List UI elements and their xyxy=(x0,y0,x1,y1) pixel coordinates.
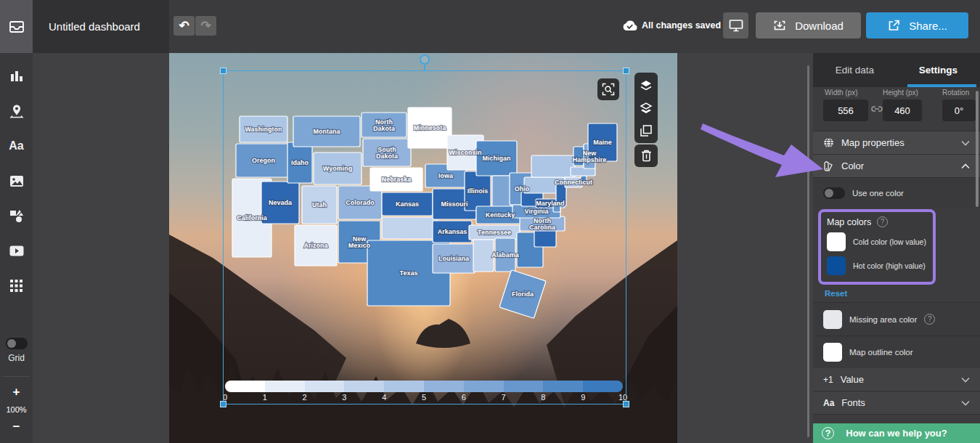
color-swatches-icon xyxy=(823,160,834,172)
bar-chart-icon xyxy=(9,70,24,83)
width-label: Width (px) xyxy=(825,89,858,97)
hot-color-swatch[interactable] xyxy=(827,256,846,275)
map-outline-color-label: Map outline color xyxy=(849,348,913,357)
map-colors-highlight-box: Map colors ? Cold color (low value) Hot … xyxy=(818,209,936,285)
selection-handle-bottom-left[interactable] xyxy=(220,401,226,407)
tab-edit-data[interactable]: Edit data xyxy=(813,53,897,87)
missing-area-help-icon[interactable]: ? xyxy=(924,314,935,325)
bring-forward-button[interactable] xyxy=(634,74,658,97)
map-colors-help-icon[interactable]: ? xyxy=(877,216,888,227)
grid-toggle[interactable] xyxy=(6,338,28,349)
workspace-scrollbar[interactable] xyxy=(807,65,809,437)
state-label: Missouri xyxy=(441,200,467,208)
selection-handle-bottom-right[interactable] xyxy=(623,401,629,407)
state-oklahoma[interactable] xyxy=(382,217,437,239)
annotation-arrow xyxy=(682,102,835,189)
state-south-carolina[interactable] xyxy=(534,229,556,247)
legend-segment xyxy=(384,381,424,392)
delete-button[interactable] xyxy=(634,145,658,167)
state-label: Wisconsin xyxy=(449,149,482,156)
map-outline-color-swatch[interactable] xyxy=(823,343,842,362)
color-label: Color xyxy=(841,160,954,171)
rotation-field[interactable]: 0° xyxy=(942,99,976,121)
missing-area-color-label: Missing area color xyxy=(849,315,917,324)
legend-segment xyxy=(305,381,345,392)
canvas-photo-background[interactable]: WashingtonOregonCaliforniaNevadaIdahoMon… xyxy=(169,53,677,443)
state-indiana[interactable] xyxy=(492,176,511,208)
page-title: Untitled dashboard xyxy=(49,20,140,33)
use-one-color-knob xyxy=(825,189,833,198)
rotation-handle[interactable] xyxy=(420,54,430,65)
selection-handle-top-left[interactable] xyxy=(220,68,226,74)
sidebar-item-charts[interactable] xyxy=(0,59,33,94)
sidebar-item-text[interactable]: Aa xyxy=(0,129,33,163)
state-label: Montana xyxy=(314,128,341,135)
download-button[interactable]: Download xyxy=(756,12,861,38)
preview-button[interactable] xyxy=(723,12,748,38)
dashboard-title-cell[interactable]: Untitled dashboard xyxy=(33,0,169,53)
state-label: Colorado xyxy=(346,199,375,206)
state-label: Michigan xyxy=(482,155,510,162)
state-mississippi[interactable] xyxy=(473,240,494,272)
missing-area-color-swatch[interactable] xyxy=(823,310,842,329)
zoom-level: 100% xyxy=(0,405,33,414)
redo-button[interactable]: ↷ xyxy=(195,16,216,36)
undo-button[interactable]: ↶ xyxy=(173,16,195,36)
state-label: Iowa xyxy=(438,172,454,179)
panel-scrollbar[interactable] xyxy=(976,91,979,207)
trash-icon xyxy=(641,150,652,162)
zoom-in-button[interactable]: + xyxy=(0,385,33,399)
section-map-properties[interactable]: Map properties xyxy=(813,131,980,155)
state-label: Maryland xyxy=(536,200,565,207)
width-field[interactable]: 556 xyxy=(823,99,868,121)
legend-gradient-bar[interactable] xyxy=(225,381,623,392)
duplicate-icon xyxy=(640,125,652,137)
cold-color-label: Cold color (low value) xyxy=(853,237,926,246)
help-bar[interactable]: ? How can we help you? xyxy=(813,423,980,443)
reset-link[interactable]: Reset xyxy=(825,289,847,298)
sidebar-item-shapes[interactable] xyxy=(0,198,33,233)
use-one-color-label: Use one color xyxy=(852,189,904,198)
use-one-color-row: Use one color xyxy=(813,178,980,208)
sidebar-divider xyxy=(3,376,30,377)
sidebar-item-images[interactable] xyxy=(0,163,33,198)
duplicate-button[interactable] xyxy=(634,119,658,142)
cold-color-swatch[interactable] xyxy=(827,232,846,251)
shapes-icon xyxy=(9,209,24,223)
video-icon xyxy=(9,245,24,256)
legend-segment xyxy=(583,381,623,392)
share-button[interactable]: Share... xyxy=(866,12,968,38)
section-value[interactable]: +1 Value xyxy=(813,368,980,391)
rotation-handle-stem xyxy=(424,65,425,70)
state-label: Connecticut xyxy=(555,179,592,186)
tab-settings[interactable]: Settings xyxy=(897,53,980,87)
send-backward-button[interactable] xyxy=(634,97,658,119)
height-field[interactable]: 460 xyxy=(883,99,922,121)
zoom-out-button[interactable]: − xyxy=(0,420,33,434)
section-fonts[interactable]: Aa Fonts xyxy=(813,391,980,415)
sidebar-item-more[interactable] xyxy=(0,268,33,303)
settings-panel: Edit data Settings Width (px) 556 Height… xyxy=(813,53,980,443)
sidebar-item-maps[interactable] xyxy=(0,94,33,129)
legend-segment xyxy=(265,381,305,392)
state-label: Nebraska xyxy=(382,176,412,183)
map-zoom-button[interactable] xyxy=(597,78,619,100)
hot-color-label: Hot color (high value) xyxy=(853,261,926,270)
map-properties-label: Map properties xyxy=(841,137,954,148)
legend-tick: 7 xyxy=(502,393,506,402)
state-label: Minnesota xyxy=(414,124,446,131)
image-icon xyxy=(9,175,24,187)
sidebar-item-video[interactable] xyxy=(0,233,33,268)
app-logo[interactable] xyxy=(0,0,33,53)
grid-toggle-knob xyxy=(7,339,16,348)
help-label: How can we help you? xyxy=(846,428,947,439)
height-label: Height (px) xyxy=(883,89,918,97)
selection-handle-top-right[interactable] xyxy=(623,68,629,74)
use-one-color-toggle[interactable] xyxy=(823,187,845,199)
legend-tick: 1 xyxy=(263,393,267,402)
state-new-york[interactable] xyxy=(531,155,575,177)
magnifier-icon xyxy=(602,83,615,96)
section-color[interactable]: Color xyxy=(813,155,980,178)
state-label: Oregon xyxy=(252,157,275,164)
layers-down-icon xyxy=(640,102,653,114)
